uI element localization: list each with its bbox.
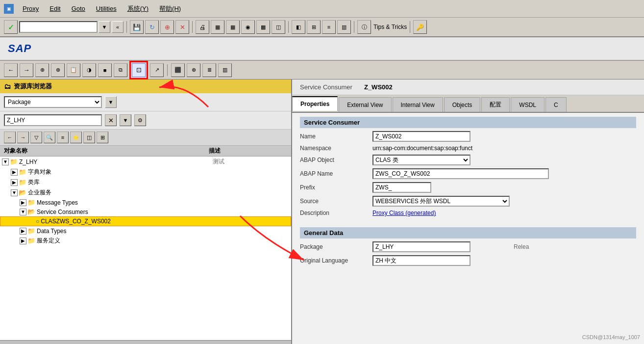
t2-btn3[interactable]: 📋 bbox=[67, 63, 80, 77]
package-dropdown-btn[interactable]: ▼ bbox=[105, 96, 117, 108]
tree-item-msg-types[interactable]: ▶ 📁 Message Types bbox=[0, 198, 291, 207]
right-panel-header: Service Consumer Z_WS002 bbox=[292, 79, 644, 95]
tree-item-svc-def[interactable]: ▶ 📁 服务定义 bbox=[0, 236, 291, 246]
t2-btn6[interactable]: ⧉ bbox=[114, 63, 127, 77]
forward-btn[interactable]: → bbox=[20, 63, 33, 77]
tree-item-svc-consumers[interactable]: ▼ 📂 Service Consumers bbox=[0, 207, 291, 216]
link-description[interactable]: Proxy Class (generated) bbox=[372, 210, 436, 216]
menu-utilities[interactable]: Utilities bbox=[91, 3, 122, 14]
watermark: CSDN@1314may_1007 bbox=[582, 334, 640, 340]
tree-col2-header: 描述 bbox=[209, 147, 287, 155]
select-source[interactable]: WEBSERVICES 外部 WSDL bbox=[372, 196, 510, 207]
menu-proxy[interactable]: Proxy bbox=[18, 3, 44, 14]
form-row-prefix: Prefix bbox=[300, 182, 636, 193]
tool8-btn[interactable]: ≡ bbox=[322, 20, 336, 34]
service-consumer-value: Z_WS002 bbox=[364, 83, 393, 91]
t2-btn11[interactable]: ▥ bbox=[218, 63, 232, 77]
tab-external-view[interactable]: External View bbox=[339, 97, 391, 112]
t2-btn9[interactable]: ⊕ bbox=[187, 63, 200, 77]
nav-prev-btn[interactable]: « bbox=[112, 21, 124, 33]
expand-msg-types[interactable]: ▶ bbox=[20, 199, 26, 206]
nav-btn8[interactable]: ⊞ bbox=[97, 132, 108, 143]
highlighted-btn[interactable]: ⊡ bbox=[132, 63, 146, 77]
t2-btn10[interactable]: ≣ bbox=[202, 63, 216, 77]
t2-btn2[interactable]: ⊕ bbox=[51, 63, 65, 77]
t2-btn7[interactable]: ↗ bbox=[150, 63, 164, 77]
expand-z-lhy[interactable]: ▼ bbox=[2, 159, 9, 165]
sep5 bbox=[410, 21, 410, 33]
nav-btn7[interactable]: ◫ bbox=[83, 132, 95, 143]
back-btn[interactable]: ← bbox=[4, 63, 18, 77]
check-btn[interactable]: ✓ bbox=[4, 20, 18, 34]
tree-item-z-lhy[interactable]: ▼ 📁 Z_LHY 测试 bbox=[0, 157, 291, 167]
tab-objects[interactable]: Objects bbox=[444, 97, 481, 112]
nav-btn4[interactable]: 🔍 bbox=[44, 132, 55, 143]
t2-btn8[interactable]: ⬛ bbox=[171, 63, 185, 77]
nav-btn2[interactable]: → bbox=[17, 132, 29, 143]
tab-internal-view[interactable]: Internal View bbox=[393, 97, 443, 112]
menu-help[interactable]: 帮助(H) bbox=[154, 2, 186, 15]
left-panel: 🗂 资源库浏览器 Package ▼ ✕ ▼ ⚙ ← → ▽ 🔍 ≡ ⭐ ◫ ⊞ bbox=[0, 79, 292, 344]
t2-btn4[interactable]: ◑ bbox=[82, 63, 96, 77]
nav-btn5[interactable]: ≡ bbox=[57, 132, 69, 143]
tool6-btn[interactable]: ◧ bbox=[292, 20, 305, 34]
tab-properties[interactable]: Properties bbox=[292, 96, 338, 111]
refresh-btn[interactable]: ↻ bbox=[145, 20, 159, 34]
command-input-wrap: ▼ bbox=[19, 21, 110, 33]
tree-item-claszws[interactable]: ○ CLASZWS_CO_Z_WS002 bbox=[0, 216, 291, 226]
settings-search-btn[interactable]: ⚙ bbox=[134, 114, 146, 126]
package-select[interactable]: Package bbox=[4, 96, 102, 108]
right-panel: Service Consumer Z_WS002 Properties Exte… bbox=[292, 79, 644, 344]
scrollbar-bottom bbox=[0, 340, 291, 344]
tool2-btn[interactable]: ▦ bbox=[226, 20, 240, 34]
tab-peizhi[interactable]: 配置 bbox=[481, 97, 510, 112]
nav-btn1[interactable]: ← bbox=[4, 132, 16, 143]
label-lib: 类库 bbox=[28, 178, 213, 186]
menu-edit[interactable]: Edit bbox=[45, 3, 65, 14]
expand-dict[interactable]: ▶ bbox=[11, 169, 18, 176]
input-orig-lang[interactable] bbox=[372, 255, 471, 266]
expand-enterprise[interactable]: ▼ bbox=[11, 189, 18, 196]
tool9-btn[interactable]: ▥ bbox=[337, 20, 351, 34]
tool7-btn[interactable]: ⊞ bbox=[307, 20, 321, 34]
tab-wsdl[interactable]: WSDL bbox=[511, 97, 545, 112]
input-package[interactable] bbox=[372, 241, 471, 252]
tab-c[interactable]: C bbox=[545, 97, 567, 112]
expand-svc-def[interactable]: ▶ bbox=[20, 238, 26, 244]
input-prefix[interactable] bbox=[372, 182, 431, 193]
search-btn[interactable]: ⊕ bbox=[160, 20, 174, 34]
nav-btn3[interactable]: ▽ bbox=[30, 132, 42, 143]
menu-goto[interactable]: Goto bbox=[67, 3, 90, 14]
tree-item-data-types[interactable]: ▶ 📁 Data Types bbox=[0, 226, 291, 236]
tool5-btn[interactable]: ◫ bbox=[272, 20, 285, 34]
dropdown-search-btn[interactable]: ▼ bbox=[120, 114, 131, 126]
input-abap-name[interactable] bbox=[372, 168, 549, 179]
menu-system[interactable]: 系统(Y) bbox=[123, 2, 153, 15]
t2-btn1[interactable]: ⊕ bbox=[35, 63, 49, 77]
save-btn[interactable]: 💾 bbox=[130, 20, 144, 34]
tool4-btn[interactable]: ▩ bbox=[256, 20, 270, 34]
command-input[interactable] bbox=[19, 21, 98, 33]
tree-item-lib[interactable]: ▶ 📁 类库 bbox=[0, 177, 291, 187]
tool1-btn[interactable]: ▦ bbox=[211, 20, 224, 34]
expand-lib[interactable]: ▶ bbox=[11, 179, 18, 186]
input-name[interactable] bbox=[372, 131, 471, 142]
cancel-btn[interactable]: ✕ bbox=[175, 20, 189, 34]
folder-icon-svc-def: 📁 bbox=[27, 237, 35, 244]
clear-search-btn[interactable]: ✕ bbox=[105, 114, 117, 126]
tool11-btn[interactable]: 🔑 bbox=[413, 20, 427, 34]
t2-btn5[interactable]: ■ bbox=[98, 63, 112, 77]
dropdown-btn[interactable]: ▼ bbox=[99, 21, 110, 33]
nav-btn6[interactable]: ⭐ bbox=[70, 132, 82, 143]
search-input[interactable] bbox=[4, 114, 102, 126]
expand-data-types[interactable]: ▶ bbox=[20, 228, 26, 235]
expand-svc-consumers[interactable]: ▼ bbox=[20, 209, 26, 215]
print-btn[interactable]: 🖨 bbox=[196, 20, 209, 34]
tree-item-dict[interactable]: ▶ 📁 字典对象 bbox=[0, 167, 291, 177]
tool3-btn[interactable]: ◉ bbox=[241, 20, 255, 34]
tree-item-enterprise[interactable]: ▼ 📂 企业服务 bbox=[0, 187, 291, 198]
service-consumer-label: Service Consumer bbox=[300, 83, 352, 91]
folder-icon-z-lhy: 📁 bbox=[10, 158, 18, 165]
tool10-btn[interactable]: ⓘ bbox=[357, 20, 371, 34]
select-abap-object[interactable]: CLAS 类 bbox=[372, 155, 471, 165]
